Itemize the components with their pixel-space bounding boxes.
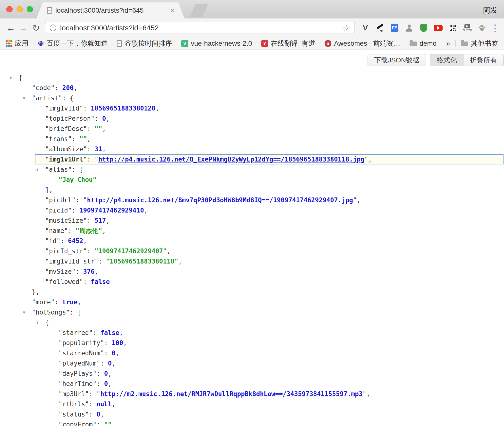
json-token-punc: ,: [77, 298, 81, 306]
json-url-link[interactable]: http://m2.music.126.net/RMJR7wDullRqppBk…: [100, 390, 362, 398]
json-token-key: "rtUrls": [59, 400, 89, 408]
json-line: "trans": "",: [0, 134, 504, 144]
back-button[interactable]: ←: [4, 23, 17, 33]
json-line: ▼"artist": {: [0, 93, 504, 103]
bookmark-label: 在线翻译_有道: [271, 39, 315, 48]
json-token-punc: ,: [116, 349, 119, 357]
page-content: 下载JSON数据 格式化 折叠所有 ▼{"code": 200,▼"artist…: [0, 50, 504, 426]
bookmark-label: 百度一下，你就知道: [47, 39, 108, 48]
youdao-pen-extension-icon[interactable]: en: [375, 23, 385, 33]
json-url-link[interactable]: http://p4.music.126.net/Q_ExePNkmgB2yWyL…: [98, 156, 364, 163]
address-bar[interactable]: i localhost:3000/artists?id=6452 ☆: [45, 22, 355, 34]
tab-close-icon[interactable]: ×: [170, 7, 175, 14]
shield-extension-icon[interactable]: [419, 23, 428, 33]
json-line: "picId": 19097417462929410,: [0, 205, 504, 215]
view-mode-segment: 格式化 折叠所有: [430, 54, 504, 66]
json-token-punc: ,: [87, 135, 91, 143]
json-token-key: "popularity": [59, 339, 104, 347]
json-token-key: "followed": [45, 278, 83, 285]
fe-extension-icon[interactable]: FE: [390, 23, 399, 33]
json-token-punc: ,: [102, 145, 106, 153]
json-token-key: "code": [32, 84, 55, 92]
json-token-num: 0: [108, 360, 112, 367]
folder-icon: [410, 42, 417, 46]
forward-button[interactable]: →: [17, 23, 30, 33]
paw-extension-icon[interactable]: [477, 23, 487, 33]
green-shield-icon: [420, 24, 427, 32]
bookmark-demo[interactable]: demo: [410, 40, 437, 47]
bookmark-apps[interactable]: 应用: [6, 39, 28, 48]
json-token-num: 0: [97, 411, 101, 418]
vimium-extension-icon[interactable]: V: [361, 23, 370, 33]
bookmark-google-sort[interactable]: 谷歌按时间排序: [117, 39, 172, 48]
json-line: ▼"alias": [: [0, 164, 504, 175]
paw-icon: [478, 25, 486, 31]
collapse-arrow-icon[interactable]: ▼: [36, 164, 39, 175]
fullscreen-window-button[interactable]: [27, 6, 33, 12]
json-token-str: "18569651883380118": [106, 258, 178, 265]
json-token-punc: ,: [366, 390, 370, 398]
json-line: "picUrl": "http://p4.music.126.net/8mv7q…: [0, 195, 504, 205]
tab-favicon-document-icon: [47, 7, 52, 14]
json-token-key: "playedNum": [59, 360, 100, 367]
bookmarks-bar: 应用 百度一下，你就知道 谷歌按时间排序 V vue-hackernews-2.…: [0, 37, 504, 50]
profile-name[interactable]: 阿发: [483, 5, 498, 15]
person-extension-icon[interactable]: [404, 23, 414, 33]
json-line: },: [0, 287, 504, 297]
navigation-bar: ← → ↻ i localhost:3000/artists?id=6452 ☆…: [0, 18, 504, 37]
v-letter-icon: V: [363, 23, 368, 32]
json-token-punc: ,: [112, 421, 116, 426]
url-text[interactable]: localhost:3000/artists?id=6452: [60, 24, 159, 32]
json-token-punc: ,: [106, 217, 110, 224]
player-extension-icon[interactable]: PLAYER: [463, 23, 472, 33]
bookmark-vue-hackernews[interactable]: V vue-hackernews-2.0: [181, 40, 252, 47]
json-quote: ": [83, 196, 87, 204]
download-json-button[interactable]: 下载JSON数据: [368, 54, 426, 66]
json-token-punc: : [: [70, 309, 81, 316]
json-token-punc: :: [87, 145, 94, 153]
json-token-bool: true: [62, 298, 77, 306]
json-token-punc: ,: [178, 258, 182, 265]
collapse-arrow-icon[interactable]: ▼: [36, 317, 39, 328]
new-tab-button[interactable]: [190, 4, 208, 17]
json-url-link[interactable]: http://p4.music.126.net/8mv7qP30Pd3oHW8b…: [87, 196, 353, 204]
json-token-num: 200: [62, 84, 74, 92]
minimize-window-button[interactable]: [17, 6, 23, 12]
json-token-punc: ,: [123, 339, 127, 347]
json-line: "briefDesc": "",: [0, 124, 504, 134]
json-token-punc: ,: [102, 227, 106, 234]
reload-button[interactable]: ↻: [30, 23, 42, 33]
json-token-punc: :: [76, 196, 83, 204]
collapse-all-button[interactable]: 折叠所有: [463, 54, 504, 66]
close-window-button[interactable]: [6, 6, 13, 12]
json-token-str: "Jay Chou": [59, 176, 97, 183]
qr-code-extension-icon[interactable]: [448, 23, 457, 33]
other-bookmarks-folder[interactable]: 其他书签: [461, 39, 498, 48]
player-label: PLAYER: [463, 29, 472, 31]
youtube-extension-icon[interactable]: [434, 23, 443, 33]
collapse-arrow-icon[interactable]: ▼: [9, 73, 12, 83]
json-token-num: 0: [102, 115, 106, 122]
json-token-num: 0: [104, 380, 108, 387]
bookmark-star-icon[interactable]: ☆: [343, 23, 350, 33]
bookmark-baidu[interactable]: 百度一下，你就知道: [38, 39, 108, 48]
bookmark-youdao-translate[interactable]: Y 在线翻译_有道: [261, 39, 315, 48]
collapse-arrow-icon[interactable]: ▼: [23, 93, 25, 103]
chrome-menu-icon[interactable]: ⋮: [490, 23, 500, 33]
page-info-icon[interactable]: i: [50, 25, 56, 31]
format-button[interactable]: 格式化: [430, 54, 463, 66]
collapse-arrow-icon[interactable]: ▼: [23, 307, 25, 317]
json-token-key: "artist": [32, 94, 62, 102]
json-viewer: ▼{"code": 200,▼"artist": {"img1v1Id": 18…: [0, 73, 504, 426]
bookmarks-divider: [455, 40, 456, 47]
document-icon: [117, 40, 122, 47]
json-line: "rtUrls": null,: [0, 399, 504, 409]
json-token-punc: :: [98, 258, 106, 265]
browser-tab[interactable]: localhost:3000/artists?id=645 ×: [36, 2, 185, 18]
json-line: "followed": false: [0, 277, 504, 287]
json-quote: ": [362, 390, 366, 398]
json-token-str: "": [104, 421, 112, 426]
json-token-str: "周杰伦": [76, 227, 102, 234]
bookmarks-overflow-chevron-icon[interactable]: »: [446, 39, 450, 48]
bookmark-awesomes[interactable]: a Awesomes - 前端资…: [325, 39, 400, 48]
